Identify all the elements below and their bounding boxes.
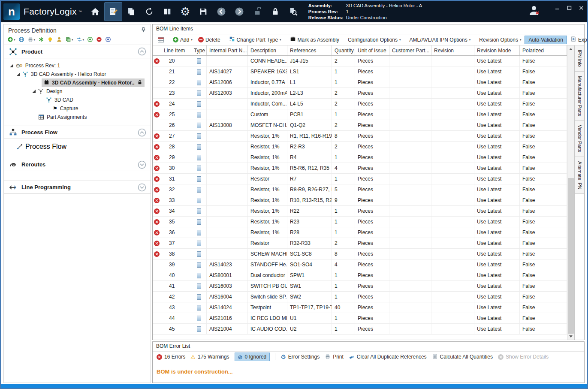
table-row[interactable]: 30Resistor, 1%R5-R6, R12, R354PiecesUse … xyxy=(153,163,567,174)
table-row[interactable]: 42AIS16004Switch slide SP...SW21PiecesUs… xyxy=(153,292,567,302)
column-header-description[interactable]: Description xyxy=(248,45,287,55)
side-tab[interactable]: Alternate IPN xyxy=(575,157,584,194)
calculate-quantities-button[interactable]: Calculate All Quantities xyxy=(432,353,493,361)
process-definition-button[interactable] xyxy=(104,2,122,21)
table-row[interactable]: 21AIS14027SPEAKER 16X3...LS11PiecesUse L… xyxy=(153,66,567,77)
show-error-details-button[interactable]: Show Error Details xyxy=(498,354,549,360)
tree-item-3d-cad[interactable]: 3D CAD xyxy=(4,96,151,104)
column-header-customer-part[interactable]: Customer Part... xyxy=(389,45,431,55)
scroll-down-icon[interactable] xyxy=(567,333,574,340)
forward-button[interactable] xyxy=(230,2,248,21)
column-header-line-item[interactable]: Line Item xyxy=(161,45,191,55)
layers-button[interactable]: ▾ xyxy=(65,36,73,42)
side-tab[interactable]: Vendor Parts xyxy=(575,120,584,157)
tree-item-design[interactable]: Design xyxy=(4,87,151,96)
web-button[interactable] xyxy=(18,36,24,42)
table-row[interactable]: 27Resistor, 1%R1, R11, R16-R19,8PiecesUs… xyxy=(153,131,567,142)
table-row[interactable]: 39AIS14023STANDOFF He...SO1-SO44PiecesUs… xyxy=(153,259,567,270)
mark-as-assembly-button[interactable]: Mark as Assembly xyxy=(288,35,341,44)
status-blue-button[interactable] xyxy=(105,36,111,42)
column-header-revision-mode[interactable]: Revision Mode xyxy=(474,45,520,55)
clear-duplicates-button[interactable]: Clear All Duplicate References xyxy=(349,353,427,361)
table-row[interactable]: 41AIS16003SWITCH PB GU...SW11PiecesUse L… xyxy=(153,281,567,292)
auto-validation-button[interactable]: Auto-Validation xyxy=(525,36,567,44)
tree-item-assembly[interactable]: 3D CAD Assembly - Helico Rotor xyxy=(4,70,151,78)
templates-button[interactable] xyxy=(122,2,140,21)
tree-item-process-flow[interactable]: Process Flow xyxy=(4,142,151,151)
table-row[interactable]: 37ResistorR32-R332PiecesUse LatestFalse xyxy=(153,238,567,249)
maximize-button[interactable] xyxy=(563,3,575,13)
chevron-down-icon[interactable] xyxy=(138,183,146,192)
table-row[interactable]: 32Resistor, 1%R8-R9, R26-R27, R5PiecesUs… xyxy=(153,184,567,195)
save-button[interactable] xyxy=(194,2,212,21)
table-row[interactable]: 40AIS80001Dual conductorSPW11PiecesUse L… xyxy=(153,270,567,281)
scrollbar-thumb[interactable] xyxy=(568,178,574,334)
chevron-up-icon[interactable] xyxy=(138,47,146,56)
warnings-filter-button[interactable]: ⚠175 Warnings xyxy=(190,354,229,360)
table-row[interactable]: 44AIS21016IC REG LDO MI...U11PiecesUse L… xyxy=(153,313,567,324)
transfer-button[interactable]: ▾ xyxy=(76,36,84,42)
column-header-revision[interactable]: Revision xyxy=(431,45,474,55)
tree-item-capture[interactable]: ⚑ Capture xyxy=(4,104,151,113)
ignored-filter-button[interactable]: ⊘0 Ignored xyxy=(235,353,270,361)
settings-button[interactable]: ⚙ xyxy=(176,2,194,21)
delete-button[interactable]: Delete xyxy=(196,36,223,44)
add-item-button[interactable]: ▾ xyxy=(7,36,15,42)
revision-options-button[interactable]: Revision Options▾ xyxy=(477,36,523,44)
export-button[interactable]: Export▾ xyxy=(568,35,588,44)
table-row[interactable]: 22AIS12006Inductor, 0.77AL11PiecesUse La… xyxy=(153,77,567,88)
grid-view-button[interactable] xyxy=(155,36,166,44)
tree-item-process-rev[interactable]: ⚙⚙ Process Rev: 1 xyxy=(4,61,151,70)
home-button[interactable] xyxy=(86,2,104,21)
vertical-scrollbar[interactable] xyxy=(567,45,574,340)
aml-options-button[interactable]: AML/AVL/Alt IPN Options▾ xyxy=(407,36,473,44)
validate-button[interactable] xyxy=(38,36,44,42)
expand-arrow-icon[interactable] xyxy=(32,90,36,93)
column-header-type[interactable]: Type xyxy=(191,45,207,55)
status-red-button[interactable] xyxy=(96,36,102,42)
column-header-polarized[interactable]: Polarized xyxy=(520,45,567,55)
table-row[interactable]: 33Resistor, 1%R10, R13-R15, R29PiecesUse… xyxy=(153,195,567,206)
table-row[interactable]: 43AIS14024TestpointTP1-TP17, TP19-T40Pie… xyxy=(153,302,567,313)
errors-filter-button[interactable]: 16 Errors xyxy=(157,354,185,360)
tree-item-assembly-selected[interactable]: 3D CAD Assembly - Helico Rotor... xyxy=(4,78,151,87)
section-process-flow[interactable]: Process Flow xyxy=(4,126,151,139)
chevron-up-icon[interactable] xyxy=(138,128,146,137)
table-row[interactable]: 29Resistor, 1%R41PiecesUse LatestFalse xyxy=(153,152,567,163)
expand-arrow-icon[interactable] xyxy=(17,72,20,76)
minimize-button[interactable] xyxy=(551,3,563,13)
add-button[interactable]: Add▾ xyxy=(171,36,195,44)
documents-button[interactable] xyxy=(158,2,176,21)
tree-item-part-assignments[interactable]: Part Assignments xyxy=(4,113,151,121)
audit-button[interactable] xyxy=(284,2,302,21)
pin-icon[interactable] xyxy=(141,27,146,34)
back-button[interactable] xyxy=(212,2,230,21)
table-row[interactable]: 24Inductor, Com...L4-L52PiecesUse Latest… xyxy=(153,99,567,109)
print-button[interactable]: Print xyxy=(325,353,344,361)
chevron-down-icon[interactable] xyxy=(138,160,146,169)
print-button[interactable]: ▾ xyxy=(27,36,36,42)
sync-button[interactable] xyxy=(140,2,158,21)
change-part-type-button[interactable]: Change Part Type▾ xyxy=(227,35,283,44)
table-row[interactable]: 23AIS12003Inductor, 200mAL2-L32PiecesUse… xyxy=(153,88,567,99)
table-row[interactable]: 36Resistor, 1%R281PiecesUse LatestFalse xyxy=(153,227,567,238)
table-row[interactable]: 38SCREW MACHI...SC1-SC88PiecesUse Latest… xyxy=(153,249,567,259)
column-header-unit-of-issue[interactable]: Unit of Issue xyxy=(355,45,389,55)
scroll-up-icon[interactable] xyxy=(567,45,574,52)
side-tab[interactable]: IPN Info xyxy=(575,45,584,72)
table-row[interactable]: 35Resistor, 1%R231PiecesUse LatestFalse xyxy=(153,217,567,227)
column-header-internal-part-number[interactable]: Internal Part N... xyxy=(207,45,248,55)
close-button[interactable] xyxy=(575,3,587,13)
table-row[interactable]: 34Resistor, 1%R221PiecesUse LatestFalse xyxy=(153,206,567,217)
table-row[interactable]: 45AIS21004IC AUDIO COD...U21PiecesUse La… xyxy=(153,324,567,335)
unlock-button[interactable] xyxy=(248,2,266,21)
table-row[interactable]: 25CustomPCB11PiecesUse LatestFalse xyxy=(153,109,567,120)
lamp-button[interactable] xyxy=(47,36,53,42)
sign-out-button[interactable] xyxy=(525,3,543,20)
section-line-programming[interactable]: Line Programming xyxy=(4,181,151,194)
table-row[interactable]: 28Resistor, 1%R2-R32PiecesUse LatestFals… xyxy=(153,142,567,152)
lock-button[interactable] xyxy=(266,2,284,21)
table-row[interactable]: 31ResistorR71PiecesUse LatestFalse xyxy=(153,174,567,184)
configuration-options-button[interactable]: Configuration Options▾ xyxy=(346,36,403,44)
expand-arrow-icon[interactable] xyxy=(10,64,13,67)
